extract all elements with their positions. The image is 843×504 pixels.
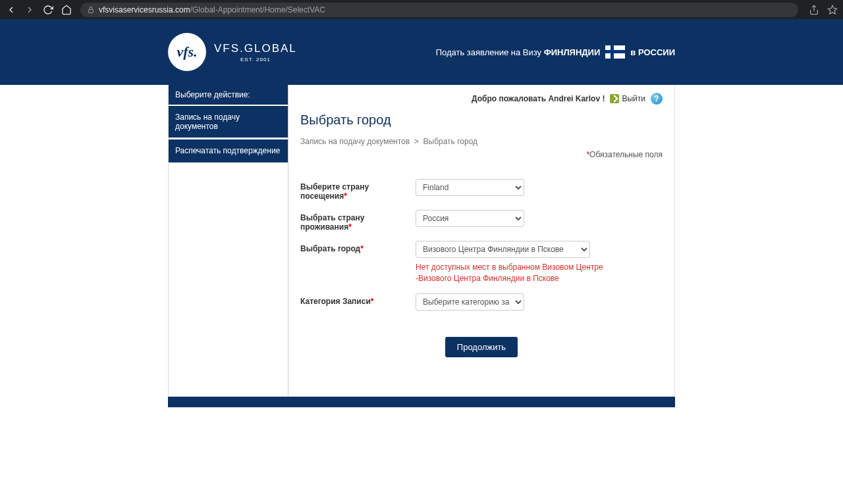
breadcrumb: Запись на подачу документов > Выбрать го… [300,137,663,146]
sidebar-item-label: Распечатать подтверждение [175,146,280,155]
city-error-message: Нет доступных мест в выбранном Визовом Ц… [416,262,613,284]
header-country: ФИНЛЯНДИИ [544,47,601,57]
select-country-visit[interactable]: Finland [416,179,524,196]
nav-forward-icon[interactable] [24,4,36,16]
select-category[interactable]: Выберите категорию записи [416,293,524,311]
svg-marker-2 [828,5,836,14]
nav-home-icon[interactable] [61,4,72,16]
browser-chrome: vfsvisaservicesrussia.com/Global-Appoint… [0,0,843,19]
continue-button[interactable]: Продолжить [445,337,518,357]
url-path: /Global-Appointment/Home/SelectVAC [190,5,325,14]
url-domain: vfsvisaservicesrussia.com [99,5,190,14]
required-note: *Обязательные поля [300,150,663,159]
svg-rect-0 [89,9,94,13]
logo[interactable]: vfs. VFS.GLOBAL EST. 2001 [168,33,297,71]
logo-mark: vfs. [168,33,206,71]
logout-link[interactable]: Выйти [610,94,645,103]
address-bar[interactable]: vfsvisaservicesrussia.com/Global-Appoint… [80,3,798,17]
label-category: Категория Записи* [300,293,416,306]
help-icon[interactable]: ? [651,93,663,105]
sidebar-title: Выберите действие: [169,85,288,105]
logo-subtext: EST. 2001 [214,57,297,63]
nav-reload-icon[interactable] [42,4,54,16]
lock-icon [87,6,95,14]
header-pre: Подать заявление на Визу [436,47,544,57]
page-title: Выбрать город [300,113,663,128]
header-apply-text: Подать заявление на Визу ФИНЛЯНДИИ в РОС… [436,45,675,59]
breadcrumb-2: Выбрать город [423,137,478,146]
select-city[interactable]: Визового Центра Финляндии в Пскове [416,241,590,258]
share-icon[interactable] [809,5,819,15]
sidebar-item-appointment[interactable]: Запись на подачу документов [169,106,288,139]
breadcrumb-1[interactable]: Запись на подачу документов [300,137,410,146]
sidebar: Выберите действие: Запись на подачу доку… [169,85,288,396]
label-country-reside: Выбрать страну проживания* [300,210,416,232]
logout-label: Выйти [622,94,645,103]
welcome-text: Добро пожаловать Andrei Karlov ! [472,94,605,103]
sidebar-item-label: Запись на подачу документов [175,113,240,131]
logout-icon [610,94,619,103]
nav-back-icon[interactable] [5,4,17,16]
star-icon[interactable] [827,5,838,15]
header-post: в РОССИИ [630,47,675,57]
logo-text: VFS.GLOBAL [214,42,297,55]
label-country-visit: Выберите страну посещения* [300,179,416,201]
site-header: vfs. VFS.GLOBAL EST. 2001 Подать заявлен… [0,19,843,85]
finland-flag-icon [605,45,625,59]
footer-bar [168,397,675,407]
select-country-reside[interactable]: Россия [416,210,524,227]
main-content: Добро пожаловать Andrei Karlov ! Выйти ?… [288,85,674,396]
sidebar-item-print[interactable]: Распечатать подтверждение [169,139,288,163]
breadcrumb-sep: > [414,137,419,146]
label-city: Выбрать город* [300,241,416,253]
